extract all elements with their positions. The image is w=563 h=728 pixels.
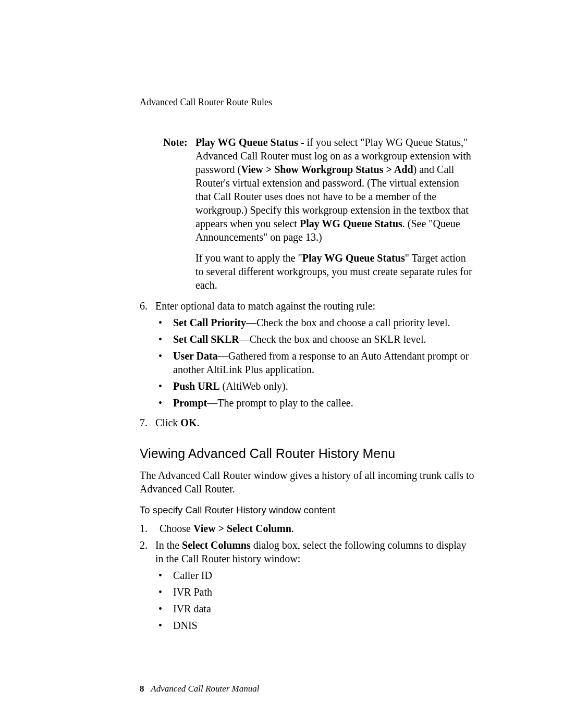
list-item: •User Data—Gathered from a response to a… xyxy=(155,349,474,376)
step-7-number: 7. xyxy=(140,416,155,429)
bullet-text: —Gathered from a response to an Auto Att… xyxy=(173,350,469,375)
step-b1-text-1: Choose xyxy=(160,523,193,534)
step-7-bold: OK xyxy=(180,417,197,428)
step-7: 7. Click OK. xyxy=(140,416,474,429)
steps-list-a: 6. Enter optional data to match against … xyxy=(140,299,474,429)
list-item: •Set Call Priority—Check the box and cho… xyxy=(155,316,474,329)
document-page: Advanced Call Router Route Rules Note: P… xyxy=(0,0,563,728)
list-item: •DNIS xyxy=(155,619,474,632)
note-label: Note: xyxy=(163,135,195,244)
bullet-bold: Set Call SKLR xyxy=(173,334,239,345)
list-item: •Set Call SKLR—Check the box and choose … xyxy=(155,332,474,346)
bullet-icon: • xyxy=(155,569,173,582)
bullet-icon: • xyxy=(155,602,173,615)
step-b2-bullets: •Caller ID •IVR Path •IVR data •DNIS xyxy=(155,569,474,632)
bullet-bold: User Data xyxy=(173,350,218,362)
bullet-text: —Check the box and choose an SKLR level. xyxy=(239,334,426,345)
note-bold-1: Play WG Queue Status xyxy=(195,137,298,148)
page-footer: 8 Advanced Call Router Manual xyxy=(140,683,259,695)
bullet-icon: • xyxy=(155,396,173,410)
note-extra: If you want to apply the "Play WG Queue … xyxy=(195,251,474,292)
note-bold-3: Play WG Queue Status xyxy=(300,218,402,229)
note-extra-bold-1: Play WG Queue Status xyxy=(302,252,405,264)
step-7-text-2: . xyxy=(197,417,199,428)
list-item: •Caller ID xyxy=(155,569,474,582)
bullet-text: —The prompt to play to the callee. xyxy=(207,397,353,409)
bullet-icon: • xyxy=(155,585,173,599)
bullet-bold: Set Call Priority xyxy=(173,317,246,328)
step-b2-number: 2. xyxy=(140,538,155,635)
bullet-icon: • xyxy=(155,379,173,393)
steps-list-b: 1. Choose View > Select Column. 2. In th… xyxy=(140,522,474,635)
step-b2-text-1: In the xyxy=(155,539,182,551)
note-body: Play WG Queue Status - if you select "Pl… xyxy=(195,135,474,244)
step-b1-text-2: . xyxy=(291,523,294,534)
bullet-text: IVR data xyxy=(173,602,474,615)
step-6: 6. Enter optional data to match against … xyxy=(140,299,474,413)
bullet-text: IVR Path xyxy=(173,585,474,599)
footer-title: Advanced Call Router Manual xyxy=(151,684,259,694)
list-item: •Prompt—The prompt to play to the callee… xyxy=(155,396,474,410)
step-6-text: Enter optional data to match against the… xyxy=(155,300,375,312)
bullet-icon: • xyxy=(155,349,173,376)
running-header: Advanced Call Router Route Rules xyxy=(140,96,474,108)
step-b1-number: 1. xyxy=(140,522,155,535)
list-item: •Push URL (AltiWeb only). xyxy=(155,379,474,393)
bullet-text: —Check the box and choose a call priorit… xyxy=(246,317,450,328)
section-paragraph: The Advanced Call Router window gives a … xyxy=(140,468,474,496)
step-b2: 2. In the Select Columns dialog box, sel… xyxy=(140,538,474,635)
step-7-text-1: Click xyxy=(155,417,180,428)
bullet-icon: • xyxy=(155,316,173,329)
step-6-number: 6. xyxy=(140,299,155,413)
bullet-text: Caller ID xyxy=(173,569,474,582)
note-extra-text-1: If you want to apply the " xyxy=(195,252,302,264)
page-number: 8 xyxy=(140,684,144,694)
bullet-text: DNIS xyxy=(173,619,474,632)
sub-heading: To specify Call Router History window co… xyxy=(140,504,474,516)
step-b1: 1. Choose View > Select Column. xyxy=(140,522,474,535)
bullet-icon: • xyxy=(155,619,173,632)
list-item: •IVR data xyxy=(155,602,474,615)
note-block: Note: Play WG Queue Status - if you sele… xyxy=(163,135,474,244)
bullet-bold: Push URL xyxy=(173,380,219,392)
bullet-icon: • xyxy=(155,332,173,346)
step-6-bullets: •Set Call Priority—Check the box and cho… xyxy=(155,316,474,410)
section-heading: Viewing Advanced Call Router History Men… xyxy=(140,445,474,462)
list-item: •IVR Path xyxy=(155,585,474,599)
bullet-text: (AltiWeb only). xyxy=(219,380,288,392)
step-b1-bold: View > Select Column xyxy=(193,523,291,534)
step-b2-bold: Select Columns xyxy=(182,539,251,551)
bullet-bold: Prompt xyxy=(173,397,207,409)
note-bold-2: View > Show Workgroup Status > Add xyxy=(241,164,413,175)
